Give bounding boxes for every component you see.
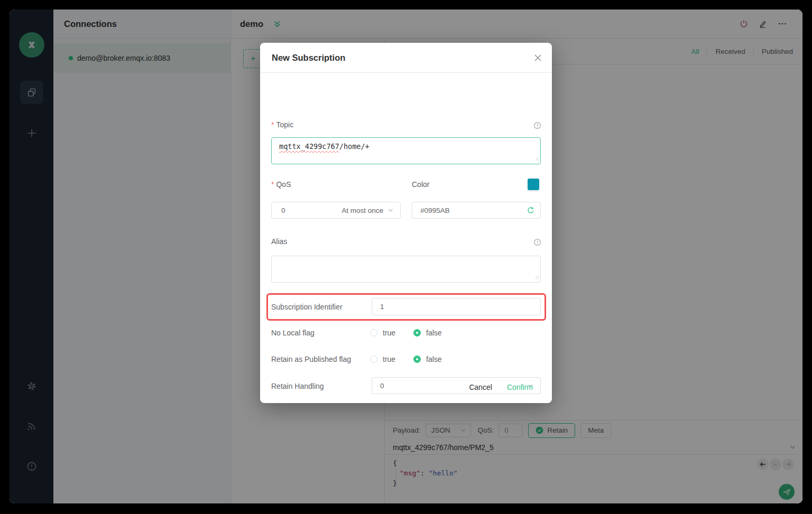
modal-header: New Subscription <box>260 43 552 73</box>
chevron-down-icon <box>387 207 394 213</box>
cancel-button[interactable]: Cancel <box>469 383 492 391</box>
retain-as-published-row: Retain as Published flag true false <box>271 355 541 363</box>
qos-value: 0 <box>281 207 285 214</box>
subscription-color-swatch[interactable] <box>528 179 539 190</box>
retain-as-published-false-radio[interactable]: false <box>413 355 442 363</box>
color-input[interactable]: #0995AB <box>412 202 541 219</box>
alias-label-row: Alias <box>271 237 287 246</box>
alias-info-icon[interactable] <box>533 238 542 247</box>
no-local-false-radio[interactable]: false <box>413 329 442 337</box>
color-label-row: Color <box>412 180 429 189</box>
modal-title: New Subscription <box>272 53 345 63</box>
resize-handle[interactable] <box>534 273 539 281</box>
confirm-button[interactable]: Confirm <box>507 383 533 391</box>
topic-value-suffix: /home/+ <box>339 142 370 151</box>
topic-value-prefix: mqttx_4299c767 <box>279 142 339 151</box>
radio-icon <box>413 356 421 363</box>
topic-label-row: * Topic <box>271 120 293 129</box>
qos-select[interactable]: 0 At most once <box>271 202 401 219</box>
no-local-flag-label: No Local flag <box>271 329 315 337</box>
retain-handling-label: Retain Handling <box>271 382 324 390</box>
resize-handle[interactable] <box>534 154 539 163</box>
qos-label: QoS <box>276 180 291 189</box>
topic-label: Topic <box>276 120 293 129</box>
retain-as-published-label: Retain as Published flag <box>271 355 351 363</box>
retain-as-published-true-radio[interactable]: true <box>370 355 395 363</box>
topic-textarea[interactable]: mqttx_4299c767/home/+ <box>271 137 541 164</box>
new-subscription-modal: New Subscription * Topic mqttx_4299c767/… <box>260 43 552 403</box>
modal-footer: Cancel Confirm <box>469 383 533 391</box>
radio-icon <box>370 356 377 363</box>
alias-label: Alias <box>271 237 287 246</box>
color-value: #0995AB <box>420 207 450 214</box>
no-local-true-radio[interactable]: true <box>370 329 395 337</box>
qos-value-text: At most once <box>342 207 383 214</box>
no-local-flag-row: No Local flag true false <box>271 329 541 337</box>
subscription-identifier-label: Subscription Identifier <box>271 303 343 311</box>
close-icon[interactable] <box>534 54 542 62</box>
refresh-color-icon[interactable] <box>527 207 534 214</box>
alias-textarea[interactable] <box>271 256 541 283</box>
radio-icon <box>413 329 421 337</box>
topic-info-icon[interactable] <box>533 121 542 130</box>
qos-label-row: * QoS <box>271 180 291 189</box>
color-label: Color <box>412 180 429 189</box>
retain-handling-value: 0 <box>380 382 384 390</box>
radio-icon <box>370 329 377 337</box>
subscription-identifier-input[interactable]: 1 <box>372 298 541 315</box>
